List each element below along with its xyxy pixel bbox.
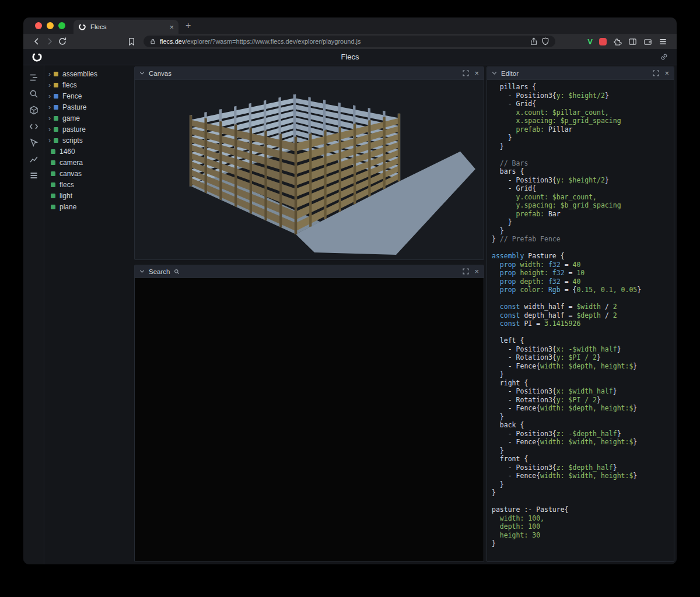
editor-panel-header: Editor × [487, 67, 674, 80]
rows-icon[interactable] [27, 170, 40, 181]
flecs-favicon-icon [78, 23, 86, 31]
code-line: prop depth: f32 = 40 [492, 278, 674, 286]
reload-button[interactable] [56, 35, 69, 48]
extensions-puzzle-icon[interactable] [613, 37, 622, 46]
code-line: - Position3{z: -$depth_half} [492, 430, 674, 438]
tree-item-1460[interactable]: 1460 [44, 146, 134, 157]
tree-item-Fence[interactable]: ›Fence [44, 90, 134, 101]
tree-item-label: camera [60, 159, 83, 167]
code-line: const PI = 3.1415926 [492, 319, 674, 328]
tree-view-icon[interactable] [27, 72, 40, 83]
tree-item-game[interactable]: ›game [44, 113, 134, 124]
shield-icon[interactable] [541, 37, 550, 45]
tree-item-flecs[interactable]: ›flecs [44, 79, 134, 90]
cube-icon[interactable] [27, 105, 40, 115]
code-line: y.spacing: $b_grid_spacing [492, 201, 674, 210]
code-line: } [492, 134, 674, 142]
entity-kind-swatch [54, 83, 58, 87]
code-line [492, 150, 674, 159]
forward-button[interactable] [43, 35, 56, 48]
code-line: - Position3{y: $height/2} [492, 176, 674, 185]
entity-kind-swatch [54, 94, 58, 99]
extension-red-icon[interactable] [599, 38, 607, 45]
tree-item-assemblies[interactable]: ›assemblies [44, 68, 134, 79]
code-line: - Rotation3{y: $PI / 2} [492, 353, 674, 362]
tree-item-camera[interactable]: camera [44, 157, 134, 168]
tree-item-Pasture[interactable]: ›Pasture [44, 101, 134, 113]
code-line: } [492, 447, 674, 455]
tree-item-canvas[interactable]: canvas [44, 168, 134, 179]
close-window-button[interactable] [35, 22, 42, 29]
bookmark-icon[interactable] [125, 35, 138, 48]
sidebar-toggle-icon[interactable] [628, 37, 637, 46]
expand-arrow-icon[interactable]: › [48, 137, 54, 144]
code-line: } [492, 227, 674, 236]
expand-arrow-icon[interactable]: › [48, 71, 54, 78]
close-panel-icon[interactable]: × [664, 69, 669, 77]
code-line: prefab: Pillar [492, 125, 674, 134]
tree-item-pasture[interactable]: ›pasture [44, 124, 134, 135]
code-line: width: 100, [492, 514, 674, 523]
inspect-icon[interactable] [27, 138, 40, 148]
expand-arrow-icon[interactable]: › [48, 93, 54, 100]
code-line: assembly Pasture { [492, 252, 674, 261]
tree-item-scripts[interactable]: ›scripts [44, 135, 134, 146]
stats-icon[interactable] [27, 154, 40, 164]
code-line: prop height: f32 = 10 [492, 269, 674, 278]
code-line: // Bars [492, 159, 674, 168]
tree-item-flecs[interactable]: flecs [44, 179, 134, 190]
browser-window: Flecs × + flecs.dev/explore [23, 17, 677, 564]
canvas-3d-viewport[interactable] [135, 80, 484, 259]
code-line: pasture :- Pasture{ [492, 505, 674, 514]
fullscreen-icon[interactable] [653, 70, 659, 76]
address-bar[interactable]: flecs.dev/explorer/?wasm=https://www.fle… [144, 36, 555, 47]
fullscreen-icon[interactable] [463, 268, 469, 275]
tree-item-plane[interactable]: plane [44, 201, 134, 212]
wallet-icon[interactable] [643, 37, 652, 46]
code-line: } [492, 413, 674, 422]
tree-item-label: light [60, 192, 72, 200]
tab-close-icon[interactable]: × [169, 23, 174, 31]
tree-item-light[interactable]: light [44, 190, 134, 201]
code-line: prefab: Bar [492, 210, 674, 219]
search-results-area[interactable] [135, 278, 484, 561]
tree-item-label: Fence [62, 92, 82, 100]
tree-item-label: game [62, 114, 80, 122]
code-line: - Rotation3{y: $PI / 2} [492, 396, 674, 405]
browser-tab[interactable]: Flecs × [74, 20, 178, 34]
expand-arrow-icon[interactable]: › [48, 126, 54, 133]
collapse-chevron-icon[interactable] [139, 71, 145, 76]
collapse-chevron-icon[interactable] [139, 269, 145, 274]
extension-cluster: V [587, 37, 670, 46]
code-line: left { [492, 336, 674, 345]
extension-v-icon[interactable]: V [587, 37, 593, 46]
menu-icon[interactable] [659, 37, 667, 46]
canvas-panel-header: Canvas × [135, 67, 484, 80]
app-header: Flecs [23, 49, 677, 65]
tree-item-label: scripts [62, 136, 83, 145]
window-controls [23, 22, 74, 29]
minimize-window-button[interactable] [47, 22, 54, 29]
collapse-chevron-icon[interactable] [492, 71, 497, 76]
code-line: const width_half = $width / 2 [492, 303, 674, 311]
expand-arrow-icon[interactable]: › [48, 82, 54, 89]
new-tab-button[interactable]: + [186, 20, 191, 31]
share-icon[interactable] [530, 37, 538, 45]
code-line: pillars { [492, 83, 674, 92]
close-panel-icon[interactable]: × [474, 69, 479, 77]
search-icon[interactable] [27, 89, 40, 99]
tree-item-label: Pasture [62, 103, 86, 111]
code-line: - Grid{ [492, 184, 674, 193]
code-line: - Fence{width: $width, height:$} [492, 438, 674, 447]
code-line: - Position3{x: -$width_half} [492, 345, 674, 354]
expand-arrow-icon[interactable]: › [48, 115, 54, 122]
zoom-window-button[interactable] [58, 22, 65, 29]
code-icon[interactable] [27, 121, 40, 132]
tree-item-label: canvas [60, 170, 82, 178]
close-panel-icon[interactable]: × [474, 268, 479, 275]
code-line [492, 244, 674, 252]
expand-arrow-icon[interactable]: › [48, 104, 54, 111]
fullscreen-icon[interactable] [463, 70, 469, 76]
editor-code[interactable]: pillars { - Position3{y: $height/2} - Gr… [487, 80, 674, 561]
back-button[interactable] [30, 35, 43, 48]
